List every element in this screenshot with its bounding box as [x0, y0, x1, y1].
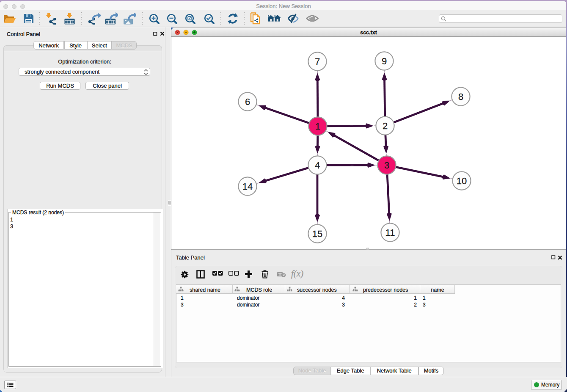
svg-text:11: 11 — [385, 227, 395, 238]
svg-text:3: 3 — [384, 160, 389, 171]
svg-text:1: 1 — [315, 121, 320, 132]
svg-text:7: 7 — [315, 56, 320, 67]
svg-text:2: 2 — [383, 121, 388, 131]
svg-text:15: 15 — [312, 229, 322, 239]
svg-text:14: 14 — [242, 181, 253, 192]
svg-text:8: 8 — [458, 91, 463, 102]
svg-text:10: 10 — [457, 176, 467, 186]
svg-text:9: 9 — [382, 56, 387, 66]
svg-text:4: 4 — [315, 160, 320, 171]
svg-text:6: 6 — [245, 97, 250, 107]
